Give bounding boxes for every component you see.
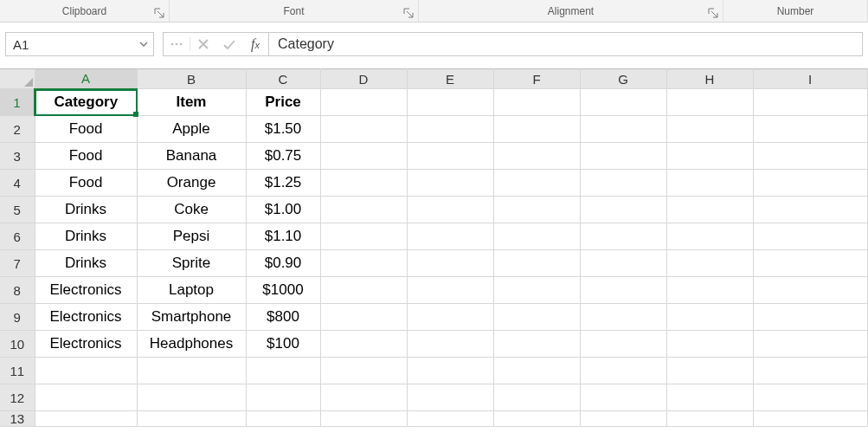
cell-D4[interactable] [320,170,407,197]
cell-I1[interactable] [753,89,867,116]
formula-input[interactable] [268,32,863,56]
cell-G11[interactable] [580,358,666,384]
cell-C5[interactable]: $1.00 [246,197,320,223]
cell-H13[interactable] [666,411,753,427]
cell-D1[interactable] [320,89,407,116]
row-header-1[interactable]: 1 [0,89,35,116]
cell-E3[interactable] [407,143,493,170]
cancel-icon[interactable] [190,33,216,55]
cell-F4[interactable] [493,170,580,197]
cell-H1[interactable] [666,89,753,116]
cell-B5[interactable]: Coke [137,197,246,223]
cell-G8[interactable] [580,277,666,304]
cell-E12[interactable] [407,384,493,411]
cell-E8[interactable] [407,277,493,304]
cell-D5[interactable] [320,197,407,223]
cell-I4[interactable] [753,170,867,197]
cell-C4[interactable]: $1.25 [246,170,320,197]
cell-B13[interactable] [137,411,246,427]
cell-A8[interactable]: Electronics [35,277,137,304]
cell-B12[interactable] [137,384,246,411]
cell-C1[interactable]: Price [246,89,320,116]
cell-F6[interactable] [493,223,580,250]
cell-E7[interactable] [407,250,493,277]
cell-F2[interactable] [493,116,580,143]
dialog-launcher-icon[interactable] [402,7,415,19]
cell-A2[interactable]: Food [35,116,137,143]
fx-menu-button[interactable] [164,33,190,55]
cell-F13[interactable] [493,411,580,427]
cell-A1[interactable]: Category [35,89,137,116]
cell-H3[interactable] [666,143,753,170]
cell-I12[interactable] [753,384,867,411]
column-header-E[interactable]: E [407,69,493,89]
cell-E13[interactable] [407,411,493,427]
cell-H5[interactable] [666,197,753,223]
cell-I6[interactable] [753,223,867,250]
cell-A9[interactable]: Electronics [35,304,137,331]
row-header-3[interactable]: 3 [0,143,35,170]
cell-F11[interactable] [493,358,580,384]
cell-E6[interactable] [407,223,493,250]
cell-B3[interactable]: Banana [137,143,246,170]
enter-icon[interactable] [216,33,242,55]
cell-D9[interactable] [320,304,407,331]
cell-I5[interactable] [753,197,867,223]
cell-H7[interactable] [666,250,753,277]
cell-B9[interactable]: Smartphone [137,304,246,331]
cell-C2[interactable]: $1.50 [246,116,320,143]
cell-I9[interactable] [753,304,867,331]
cell-D10[interactable] [320,331,407,358]
cell-F5[interactable] [493,197,580,223]
cell-D13[interactable] [320,411,407,427]
column-header-F[interactable]: F [493,69,580,89]
cell-A3[interactable]: Food [35,143,137,170]
cell-I11[interactable] [753,358,867,384]
cell-E10[interactable] [407,331,493,358]
row-header-12[interactable]: 12 [0,384,35,411]
cell-C13[interactable] [246,411,320,427]
cell-E2[interactable] [407,116,493,143]
name-box[interactable]: A1 [5,32,154,56]
column-header-B[interactable]: B [137,69,246,89]
cell-E4[interactable] [407,170,493,197]
spreadsheet-grid[interactable]: ABCDEFGHI1CategoryItemPrice2FoodApple$1.… [0,68,868,427]
cell-D2[interactable] [320,116,407,143]
cell-D11[interactable] [320,358,407,384]
row-header-9[interactable]: 9 [0,304,35,331]
cell-B11[interactable] [137,358,246,384]
cell-E5[interactable] [407,197,493,223]
chevron-down-icon[interactable] [139,40,148,48]
cell-G2[interactable] [580,116,666,143]
row-header-4[interactable]: 4 [0,170,35,197]
cell-I13[interactable] [753,411,867,427]
cell-D6[interactable] [320,223,407,250]
cell-C9[interactable]: $800 [246,304,320,331]
cell-C3[interactable]: $0.75 [246,143,320,170]
cell-F3[interactable] [493,143,580,170]
cell-H8[interactable] [666,277,753,304]
cell-F9[interactable] [493,304,580,331]
cell-E11[interactable] [407,358,493,384]
cell-G4[interactable] [580,170,666,197]
cell-G13[interactable] [580,411,666,427]
cell-H10[interactable] [666,331,753,358]
cell-B7[interactable]: Sprite [137,250,246,277]
cell-B4[interactable]: Orange [137,170,246,197]
column-header-A[interactable]: A [35,69,137,89]
cell-C8[interactable]: $1000 [246,277,320,304]
cell-F8[interactable] [493,277,580,304]
cell-F10[interactable] [493,331,580,358]
cell-H6[interactable] [666,223,753,250]
cell-B1[interactable]: Item [137,89,246,116]
row-header-8[interactable]: 8 [0,277,35,304]
insert-function-button[interactable]: fx [242,33,268,55]
cell-I7[interactable] [753,250,867,277]
cell-G5[interactable] [580,197,666,223]
cell-H9[interactable] [666,304,753,331]
cell-A10[interactable]: Electronics [35,331,137,358]
cell-G3[interactable] [580,143,666,170]
row-header-10[interactable]: 10 [0,331,35,358]
cell-F1[interactable] [493,89,580,116]
cell-C6[interactable]: $1.10 [246,223,320,250]
